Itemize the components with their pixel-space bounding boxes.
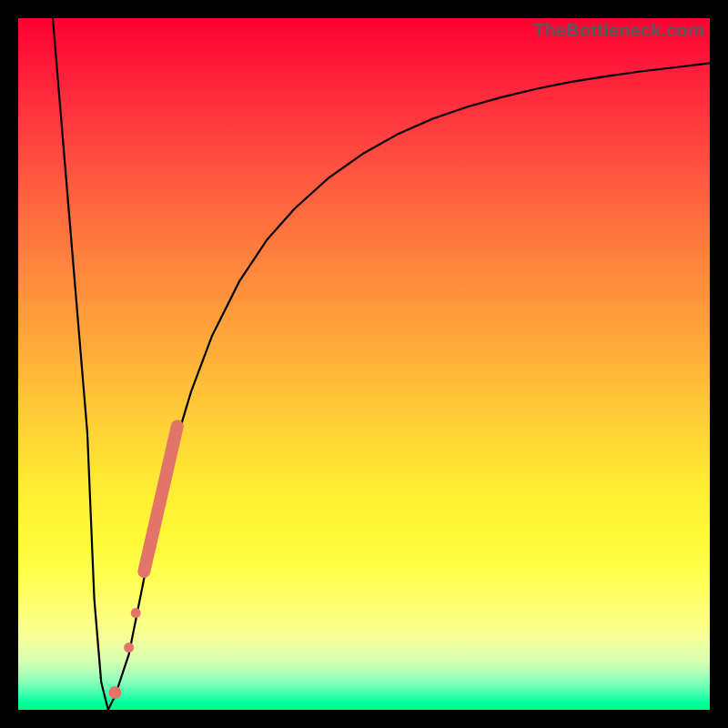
marker-dot: [108, 686, 121, 699]
curve-layer: [18, 18, 710, 710]
chart-frame: TheBottleneck.com: [0, 0, 728, 728]
plot-area: TheBottleneck.com: [18, 18, 710, 710]
marker-bar: [144, 426, 177, 571]
bottleneck-curve: [53, 18, 710, 710]
marker-dot: [124, 642, 134, 652]
marker-dot: [131, 608, 141, 618]
